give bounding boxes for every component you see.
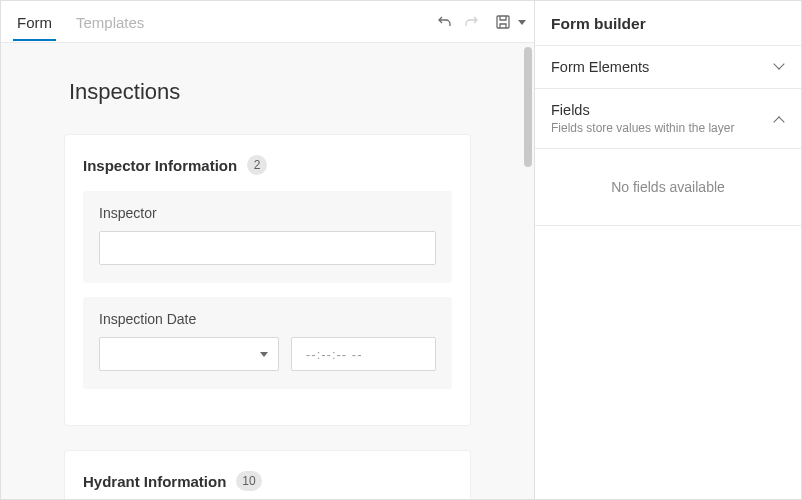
accordion-fields[interactable]: Fields Fields store values within the la… [535, 89, 801, 149]
chevron-up-icon [775, 111, 785, 127]
field-inspection-date[interactable]: Inspection Date --:--:-- -- [83, 297, 452, 389]
accordion-form-elements[interactable]: Form Elements [535, 46, 801, 89]
save-button[interactable] [490, 9, 526, 35]
scrollbar[interactable] [524, 47, 532, 167]
field-inspector[interactable]: Inspector [83, 191, 452, 283]
tab-bar: Form Templates [1, 1, 534, 43]
group-title: Hydrant Information [83, 473, 226, 490]
save-icon [495, 14, 511, 30]
app-root: Form Templates Inspections [0, 0, 802, 500]
redo-icon [463, 14, 479, 30]
field-label: Inspection Date [99, 311, 436, 327]
chevron-down-icon [516, 16, 526, 27]
form-canvas: Inspections Inspector Information 2 Insp… [1, 43, 534, 499]
redo-button [458, 9, 484, 35]
accordion-subtitle: Fields store values within the layer [551, 121, 775, 135]
undo-button[interactable] [432, 9, 458, 35]
date-select[interactable] [99, 337, 279, 371]
form-title: Inspections [69, 79, 482, 105]
inspector-input[interactable] [99, 231, 436, 265]
undo-icon [437, 14, 453, 30]
group-hydrant-information[interactable]: Hydrant Information 10 Pressure (PSI) [65, 451, 470, 499]
left-pane: Form Templates Inspections [1, 1, 535, 499]
chevron-down-icon [775, 59, 785, 75]
group-count-badge: 10 [236, 471, 261, 491]
tab-templates[interactable]: Templates [74, 4, 146, 40]
svg-rect-0 [497, 16, 509, 28]
accordion-label: Form Elements [551, 59, 775, 75]
tab-form[interactable]: Form [15, 4, 54, 40]
group-inspector-information[interactable]: Inspector Information 2 Inspector Inspec… [65, 135, 470, 425]
panel-title: Form builder [535, 1, 801, 46]
time-input[interactable]: --:--:-- -- [291, 337, 436, 371]
group-title: Inspector Information [83, 157, 237, 174]
group-count-badge: 2 [247, 155, 267, 175]
field-label: Inspector [99, 205, 436, 221]
fields-empty-state: No fields available [535, 149, 801, 226]
chevron-down-icon [260, 352, 268, 357]
right-panel: Form builder Form Elements Fields Fields… [535, 1, 801, 499]
accordion-label: Fields [551, 102, 775, 118]
